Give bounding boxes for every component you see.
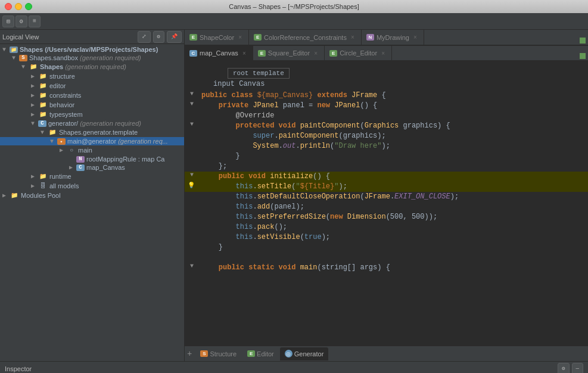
main-gen-label: main@generator (generation req... xyxy=(67,138,168,145)
tree-arrow-editor[interactable]: ▶ xyxy=(31,82,38,89)
code-text-4: protected void paintComponent(Graphics g… xyxy=(199,121,588,131)
tree-arrow-main[interactable]: ▶ xyxy=(60,147,67,154)
shape-color-icon: E xyxy=(189,34,197,41)
tab-color-ref[interactable]: E ColorReference_Constraints × xyxy=(249,30,362,45)
tab-generator[interactable]: ◎ Generator xyxy=(280,347,329,360)
behavior-label: behavior xyxy=(49,101,74,108)
tree-item-typesystem[interactable]: ▶ 📁 typesystem xyxy=(0,110,184,119)
tree-item-shapes-sandbox[interactable]: ▼ S Shapes.sandbox (generation required) xyxy=(0,54,184,62)
constraints-folder-icon: 📁 xyxy=(38,91,48,100)
window-controls[interactable] xyxy=(5,3,32,10)
tab-circle-editor[interactable]: E Circle_Editor × xyxy=(325,45,392,61)
code-line-14: this.pack(); xyxy=(185,222,588,232)
structure-folder-icon: 📁 xyxy=(38,72,48,80)
gen-template-label: Shapes.generator.template xyxy=(59,129,138,136)
tree-item-runtime[interactable]: ▶ 📁 runtime xyxy=(0,172,184,181)
tree-arrow-all-models[interactable]: ▶ xyxy=(31,182,38,189)
tree-item-editor[interactable]: ▶ 📁 editor xyxy=(0,81,184,91)
code-text-11: this.setDefaultCloseOperation(JFrame.EXI… xyxy=(199,192,588,202)
code-text-13: this.setPreferredSize(new Dimension(500,… xyxy=(199,212,588,222)
tree-arrow-structure[interactable]: ▶ xyxy=(31,73,38,80)
code-line-4: ▼ protected void paintComponent(Graphics… xyxy=(185,121,588,131)
tree-arrow-sandbox[interactable]: ▼ xyxy=(12,55,19,61)
tree-item-main-generator[interactable]: ▼ ✦ main@generator (generation req... xyxy=(0,137,184,145)
tree-arrow-map-canvas[interactable]: ▶ xyxy=(69,164,76,171)
tab-my-drawing-label: MyDrawing xyxy=(377,34,409,41)
tree-arrow-runtime[interactable]: ▶ xyxy=(31,173,38,180)
tree-arrow-generator[interactable]: ▼ xyxy=(31,120,38,127)
typesystem-folder-icon: 📁 xyxy=(38,110,48,119)
tree-arrow-typesystem[interactable]: ▶ xyxy=(31,111,38,118)
code-text-5: super.paintComponent(graphics); xyxy=(199,131,588,141)
sidebar-scrollbar[interactable] xyxy=(0,356,184,361)
tab-color-ref-close[interactable]: × xyxy=(349,34,356,41)
s-icon: S xyxy=(19,55,27,61)
tree-item-all-models[interactable]: ▶ 🗄 all models xyxy=(0,181,184,191)
add-tab-button[interactable]: + xyxy=(187,349,192,359)
tree-arrow-root[interactable]: ▼ xyxy=(2,46,10,53)
fold-arrow-4[interactable]: ▼ xyxy=(190,121,194,128)
inspector-gear-button[interactable]: ⚙ xyxy=(558,363,569,374)
tab-editor-label: Editor xyxy=(257,350,274,358)
code-text-9: public void initialize() { xyxy=(199,172,588,182)
tree-item-behavior[interactable]: ▶ 📁 behavior xyxy=(0,100,184,110)
tree-arrow-shapes[interactable]: ▼ xyxy=(21,64,29,70)
code-editor[interactable]: root template input Canvas ▼ public clas… xyxy=(185,61,588,346)
code-line-5: super.paintComponent(graphics); xyxy=(185,131,588,141)
fold-arrow-18[interactable]: ▼ xyxy=(190,263,194,269)
code-line-3: @Override xyxy=(185,111,588,121)
tree-item-generator[interactable]: ▼ C generator/ (generation required) xyxy=(0,119,184,128)
tree-item-main[interactable]: ▶ ○ main xyxy=(0,145,184,155)
fold-arrow-9[interactable]: ▼ xyxy=(190,172,194,178)
line-gutter-1: ▼ xyxy=(185,91,199,97)
toolbar-settings-button[interactable]: ⚙ xyxy=(15,15,27,27)
code-line-1: ▼ public class ${map_Canvas} extends JFr… xyxy=(185,91,588,101)
tree-item-modules-pool[interactable]: ▶ 📁 Modules Pool xyxy=(0,191,184,200)
sidebar-tree: ▼ 📁 Shapes (/Users/vaclav/MPSProjects/Sh… xyxy=(0,44,184,356)
tab-square-editor-close[interactable]: × xyxy=(312,49,319,57)
fold-arrow-2[interactable]: ▼ xyxy=(190,101,194,107)
tree-arrow-modules-pool[interactable]: ▶ xyxy=(2,192,10,199)
tab-editor[interactable]: E Editor xyxy=(242,347,279,360)
sidebar-gear-button[interactable]: ⚙ xyxy=(153,31,164,43)
tab-structure[interactable]: S Structure xyxy=(195,347,241,360)
tab-my-drawing-close[interactable]: × xyxy=(412,34,419,41)
editor-tab-icon: E xyxy=(247,350,255,357)
code-line-6: System.out.println("Draw here"); xyxy=(185,141,588,151)
toolbar-extra-button[interactable]: ≡ xyxy=(29,15,41,27)
tree-item-root-mapping[interactable]: N rootMappingRule : map Ca xyxy=(0,155,184,163)
code-text-3: @Override xyxy=(199,111,588,121)
toolbar-view-button[interactable]: ⊞ xyxy=(2,15,14,27)
tab-color-ref-label: ColorReference_Constraints xyxy=(264,34,347,41)
sidebar-pin-button[interactable]: 📌 xyxy=(167,31,182,43)
tree-item-structure[interactable]: ▶ 📁 structure xyxy=(0,72,184,81)
tree-item-root[interactable]: ▼ 📁 Shapes (/Users/vaclav/MPSProjects/Sh… xyxy=(0,45,184,54)
tree-item-shapes[interactable]: ▼ 📁 Shapes (generation required) xyxy=(0,62,184,72)
tab-shape-color-label: ShapeColor xyxy=(200,34,234,41)
tab-shape-color[interactable]: E ShapeColor × xyxy=(185,30,249,45)
sidebar-expand-button[interactable]: ⤢ xyxy=(138,31,151,43)
minimize-button[interactable] xyxy=(15,3,22,10)
code-line-17 xyxy=(185,253,588,263)
inspector-title: Inspector xyxy=(5,365,32,372)
maximize-button[interactable] xyxy=(25,3,32,10)
fold-arrow-1[interactable]: ▼ xyxy=(190,91,194,97)
tab-map-canvas[interactable]: C map_Canvas × xyxy=(185,45,253,61)
tree-arrow-constraints[interactable]: ▶ xyxy=(31,92,38,99)
tree-arrow-gen-template[interactable]: ▼ xyxy=(41,129,48,136)
tree-arrow-main-gen[interactable]: ▼ xyxy=(50,138,57,145)
tab-map-canvas-label: map_Canvas xyxy=(200,49,238,57)
bulb-icon[interactable]: 💡 xyxy=(188,182,195,189)
inspector-tools: ⚙ — xyxy=(558,363,583,374)
inspector-pin-button[interactable]: — xyxy=(572,363,583,374)
tab-my-drawing[interactable]: N MyDrawing × xyxy=(362,30,424,45)
tree-arrow-behavior[interactable]: ▶ xyxy=(31,101,38,108)
tab-circle-editor-close[interactable]: × xyxy=(379,49,387,57)
tab-shape-color-close[interactable]: × xyxy=(237,34,244,41)
tree-item-gen-template[interactable]: ▼ 📁 Shapes.generator.template xyxy=(0,128,184,137)
close-button[interactable] xyxy=(5,3,12,10)
tree-item-map-canvas[interactable]: ▶ C map_Canvas xyxy=(0,163,184,172)
tab-map-canvas-close[interactable]: × xyxy=(241,49,248,57)
tab-square-editor[interactable]: E Square_Editor × xyxy=(253,45,325,61)
tree-item-constraints[interactable]: ▶ 📁 constraints xyxy=(0,91,184,100)
